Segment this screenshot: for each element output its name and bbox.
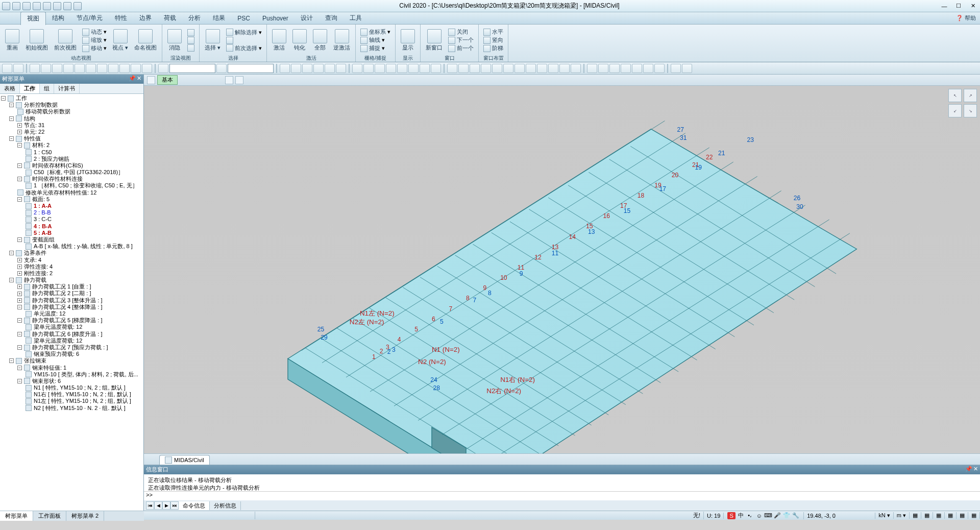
tool-icon[interactable]: [158, 64, 168, 73]
new-icon[interactable]: [12, 2, 20, 10]
viewpoint-button[interactable]: 视点 ▾: [110, 28, 130, 53]
tree-node[interactable]: −工作: [1, 95, 142, 102]
status-indicator[interactable]: ▦: [968, 512, 980, 519]
tool-icon[interactable]: [408, 64, 419, 73]
tree-node[interactable]: −静力荷载工况 6 [梯度升温 : ]: [1, 331, 142, 338]
tool-icon[interactable]: [598, 64, 608, 73]
close-icon[interactable]: ✕: [966, 2, 980, 11]
panel-close-icon[interactable]: ✕: [137, 75, 141, 83]
active-all-button[interactable]: 全部: [311, 28, 329, 53]
undo-icon[interactable]: [53, 2, 61, 10]
deselect-button[interactable]: 解除选择 ▾: [225, 29, 263, 36]
tool-icon[interactable]: [671, 64, 681, 73]
tree-node[interactable]: 移动荷载分析数据: [1, 108, 142, 115]
tree-node[interactable]: −时间依存性材料连接: [1, 176, 142, 182]
tree-node[interactable]: −静力荷载: [1, 277, 142, 283]
prev-window-button[interactable]: 前一个: [447, 44, 475, 52]
select-button[interactable]: 选择 ▾: [203, 28, 223, 53]
tool-icon[interactable]: [216, 64, 227, 73]
tool-icon[interactable]: [108, 64, 118, 73]
ime-s-icon[interactable]: S: [727, 512, 736, 519]
tool-icon[interactable]: [375, 64, 385, 73]
tree-node[interactable]: N1右 [ 特性, YM15-10 ; N, 2 ; 组, 默认 ]: [1, 391, 142, 398]
status-indicator[interactable]: ▦: [933, 512, 945, 519]
maximize-icon[interactable]: ☐: [951, 2, 966, 11]
open-icon[interactable]: [22, 2, 31, 10]
tree-node[interactable]: +静力荷载工况 1 [自重 : ]: [1, 283, 142, 290]
app-icon[interactable]: [2, 2, 10, 10]
tree-node[interactable]: YM15-10 [ 类型, 体内 ; 材料, 2 ; 荷载, 后...: [1, 371, 142, 378]
tree-node[interactable]: −特性值: [1, 135, 142, 142]
tree-view[interactable]: −工作 −分析控制数据 移动荷载分析数据 −结构 +节点: 31 +单元: 22…: [0, 94, 143, 511]
new-window-button[interactable]: 新窗口: [424, 28, 445, 53]
tab-psc[interactable]: PSC: [231, 13, 256, 24]
tree-node[interactable]: 1 : C50: [1, 149, 142, 156]
tool-icon[interactable]: [313, 64, 324, 73]
tool-icon[interactable]: [302, 64, 312, 73]
tree-node[interactable]: −边界条件: [1, 250, 142, 256]
tool-icon[interactable]: [131, 64, 141, 73]
tab-boundary[interactable]: 边界: [133, 12, 158, 25]
layout-vert-button[interactable]: 竖向: [482, 36, 505, 44]
ime-mic-icon[interactable]: 🎤: [773, 512, 781, 519]
redo-icon[interactable]: [63, 2, 71, 10]
tool-icon[interactable]: [336, 64, 346, 73]
tree-node[interactable]: N2 [ 特性, YM15-10 · N. 2 · 组. 默认 ]: [1, 405, 142, 412]
tree-node[interactable]: N1 [ 特性, YM15-10 ; N, 2 ; 组, 默认 ]: [1, 384, 142, 391]
tree-node[interactable]: −截面: 5: [1, 196, 142, 203]
panel-close-icon[interactable]: ✕: [973, 466, 978, 474]
tool-icon[interactable]: [352, 64, 362, 73]
tool-icon[interactable]: [682, 64, 692, 73]
tool-icon[interactable]: [503, 64, 513, 73]
cube-face[interactable]: ↘: [964, 104, 977, 117]
tool-icon[interactable]: [75, 64, 85, 73]
tab-pushover[interactable]: Pushover: [256, 13, 295, 24]
tool-icon[interactable]: [571, 64, 581, 73]
ime-tool-icon[interactable]: 🔧: [792, 512, 800, 519]
tab-structure[interactable]: 结构: [46, 12, 70, 25]
tree-node[interactable]: −变截面组: [1, 236, 142, 243]
tool-icon[interactable]: [537, 64, 547, 73]
help-button[interactable]: ❓ 帮助: [956, 14, 980, 22]
tree-node[interactable]: −钢束特征值: 1: [1, 365, 142, 371]
tool-icon[interactable]: [142, 64, 152, 73]
tree-node[interactable]: 梁单元温度荷载: 12: [1, 338, 142, 344]
subtab-work[interactable]: 工作: [20, 84, 40, 93]
status-unit-length[interactable]: m ▾: [894, 512, 910, 519]
viewport-tool-icon[interactable]: [225, 76, 233, 84]
tool-icon[interactable]: [291, 64, 301, 73]
ime-zhong-icon[interactable]: 中: [737, 512, 745, 519]
tool-icon[interactable]: [609, 64, 620, 73]
subtab-group[interactable]: 组: [40, 84, 54, 93]
tab-node-elem[interactable]: 节点/单元: [70, 12, 109, 25]
tree-node[interactable]: N1左 [ 特性, YM15-10 ; N, 2 ; 组, 默认 ]: [1, 398, 142, 404]
tree-node[interactable]: 修改单元依存材料特性值: 12: [1, 189, 142, 196]
status-indicator[interactable]: ▦: [945, 512, 957, 519]
tree-node[interactable]: −时间依存材料(C和S): [1, 162, 142, 169]
tool-icon[interactable]: [30, 64, 40, 73]
pin-icon[interactable]: 📌: [965, 466, 972, 474]
tool-icon[interactable]: [632, 64, 642, 73]
snap-button[interactable]: 捕捉 ▾: [359, 44, 392, 52]
tree-node[interactable]: −钢束形状: 6: [1, 378, 142, 384]
named-view-button[interactable]: 命名视图: [132, 28, 159, 53]
invert-active-button[interactable]: 逆激活: [331, 28, 352, 53]
next-window-button[interactable]: 下一个: [447, 36, 475, 44]
layout-horiz-button[interactable]: 水平: [482, 28, 505, 36]
move-button[interactable]: 移动 ▾: [81, 44, 108, 52]
cs-button[interactable]: 坐标系 ▾: [359, 28, 392, 36]
tool-icon[interactable]: [52, 64, 62, 73]
status-ime[interactable]: S 中 •، ☺ ⌨ 🎤 👕 🔧: [724, 512, 804, 519]
tree-node[interactable]: −张拉钢束: [1, 357, 142, 364]
hidden-button[interactable]: 消隐: [165, 28, 184, 53]
tree-node[interactable]: 1 : A-A: [1, 203, 142, 209]
active-button[interactable]: 激活: [270, 28, 288, 53]
message-log[interactable]: 正在读取位移结果 - 移动荷载分析 正在读取弹性连接单元的内力 - 移动荷载分析…: [144, 474, 980, 491]
tool-icon[interactable]: [386, 64, 396, 73]
tool-icon[interactable]: [643, 64, 653, 73]
redraw-button[interactable]: 重画: [3, 28, 21, 53]
view-cube[interactable]: ↖ ↗ ↙ ↘: [948, 89, 977, 117]
tool-icon[interactable]: [363, 64, 374, 73]
tab-query[interactable]: 查询: [319, 12, 344, 25]
tool-icon[interactable]: [559, 64, 570, 73]
